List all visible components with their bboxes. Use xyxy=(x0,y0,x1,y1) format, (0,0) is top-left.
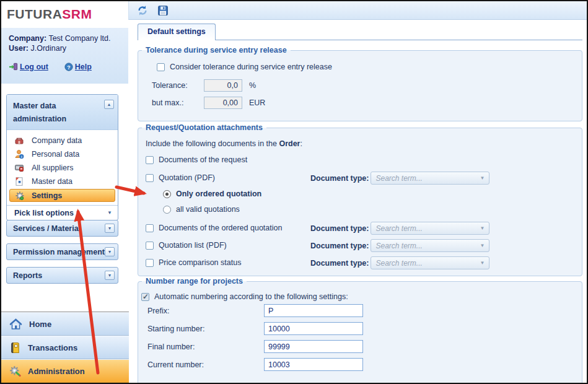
sidebar-panel-reports[interactable]: Reports ▼ xyxy=(6,267,118,284)
sidebar-item-label: Company data xyxy=(32,136,82,145)
price-comparison-status-checkbox[interactable] xyxy=(146,259,154,267)
quotation-pdf-doc-type-combobox[interactable]: Search term... ▼ xyxy=(371,172,489,185)
document-type-label: Document type: xyxy=(310,224,369,233)
automatic-numbering-label: Automatic numbering according to the fol… xyxy=(154,292,348,301)
tab-default-settings[interactable]: Default settings xyxy=(138,24,216,40)
company-data-icon xyxy=(14,136,24,146)
combobox-placeholder: Search term... xyxy=(375,224,422,233)
chevron-down-icon: ▼ xyxy=(480,225,485,231)
main-toolbar xyxy=(128,1,587,20)
quotation-list-pdf-checkbox[interactable] xyxy=(146,242,154,250)
intro-bold: Order xyxy=(279,139,300,148)
user-line: User: J.Ordinary xyxy=(9,43,121,53)
pick-list-options[interactable]: Pick list options ▼ xyxy=(7,205,118,220)
section-attachments: Request/Quotation attachments Include th… xyxy=(138,123,582,276)
tab-label: Default settings xyxy=(147,27,206,36)
tolerance-field-label: Tolerance: xyxy=(152,81,204,90)
sidebar-item-settings[interactable]: Settings xyxy=(9,189,115,202)
documents-of-request-checkbox[interactable] xyxy=(146,156,154,164)
tolerance-unit: % xyxy=(249,81,256,90)
quotation-list-doc-type-combobox[interactable]: Search term... ▼ xyxy=(371,239,489,252)
document-type-label: Document type: xyxy=(310,259,369,268)
app-window: FUTURASRM Company: Test Company ltd. Use… xyxy=(0,0,588,384)
section-tolerance: Tolerance during service entry release C… xyxy=(138,46,582,121)
dock-item-label: Home xyxy=(29,320,51,329)
master-data-icon xyxy=(14,177,24,186)
logout-link[interactable]: Log out xyxy=(9,62,48,71)
transactions-icon xyxy=(9,342,21,354)
intro-prefix: Include the following documents in the xyxy=(146,139,279,148)
logo-accent-text: SRM xyxy=(62,7,92,21)
master-data-panel-header[interactable]: Master data administration ▲ xyxy=(7,95,118,130)
starting-number-label: Starting number: xyxy=(147,325,264,333)
final-number-label: Final number: xyxy=(147,343,264,351)
chevron-down-icon: ▼ xyxy=(480,260,485,266)
save-icon[interactable] xyxy=(157,5,169,16)
master-data-panel: Master data administration ▲ Company dat… xyxy=(6,94,118,220)
help-label: Help xyxy=(75,63,92,71)
but-max-input[interactable] xyxy=(204,97,242,109)
dock-item-transactions[interactable]: Transactions xyxy=(1,336,129,359)
tolerance-input[interactable] xyxy=(204,79,242,92)
but-max-unit: EUR xyxy=(249,98,265,107)
sidebar-panel-permission-management[interactable]: Permission management ▼ xyxy=(6,243,118,260)
quotation-pdf-checkbox[interactable] xyxy=(146,174,154,182)
automatic-numbering-checkbox[interactable] xyxy=(141,293,149,301)
only-ordered-quotation-radio[interactable] xyxy=(163,190,171,198)
documents-of-ordered-quotation-checkbox[interactable] xyxy=(146,224,154,232)
svg-text:?: ? xyxy=(67,64,70,70)
combobox-placeholder: Search term... xyxy=(375,259,422,268)
dock-item-home[interactable]: Home xyxy=(1,312,129,336)
dock-item-administration[interactable]: Administration xyxy=(1,359,129,383)
consider-tolerance-label: Consider tolerance during service entry … xyxy=(170,63,332,71)
sidebar-item-master-data[interactable]: Master data xyxy=(7,175,118,188)
section-attachments-legend: Request/Quotation attachments xyxy=(142,123,266,132)
all-valid-quotations-radio[interactable] xyxy=(163,206,171,214)
panel-title-line2: administration xyxy=(13,113,112,126)
quotation-list-pdf-label: Quotation list (PDF) xyxy=(159,241,227,250)
session-info-panel: Company: Test Company ltd. User: J.Ordin… xyxy=(1,28,128,84)
expand-down-button[interactable]: ▼ xyxy=(105,271,115,280)
prefix-label: Prefix: xyxy=(147,307,264,315)
sidebar-item-personal-data[interactable]: i Personal data xyxy=(7,147,118,161)
logo: FUTURASRM xyxy=(1,1,128,28)
all-suppliers-icon xyxy=(14,163,24,173)
expand-down-button[interactable]: ▼ xyxy=(105,224,115,233)
company-label: Company: xyxy=(9,34,46,43)
company-line: Company: Test Company ltd. xyxy=(9,33,121,43)
only-ordered-quotation-label: Only ordered quotation xyxy=(176,190,261,198)
settings-icon xyxy=(15,191,25,201)
pick-list-options-label: Pick list options xyxy=(14,209,74,217)
section-number-range-legend: Number range for projects xyxy=(142,277,247,286)
panel-label: Services / Material xyxy=(13,224,81,233)
expand-down-button[interactable]: ▼ xyxy=(105,247,115,256)
refresh-icon[interactable] xyxy=(137,5,148,16)
price-comparison-status-label: Price comparison status xyxy=(159,258,241,267)
help-link[interactable]: ? Help xyxy=(64,63,92,71)
dock-item-label: Administration xyxy=(28,367,85,376)
sidebar-panel-services-material[interactable]: Services / Material ▼ xyxy=(6,220,118,237)
home-icon xyxy=(9,318,22,330)
starting-number-input[interactable] xyxy=(264,322,363,335)
sidebar-item-company-data[interactable]: Company data xyxy=(7,134,118,147)
intro-suffix: : xyxy=(300,139,302,148)
price-comparison-doc-type-combobox[interactable]: Search term... ▼ xyxy=(371,256,489,269)
sidebar-dock: Home Transactions Administration xyxy=(1,312,129,383)
sidebar-item-label: Master data xyxy=(32,177,72,186)
panel-title-line1: Master data xyxy=(13,100,112,113)
current-number-input[interactable] xyxy=(264,358,363,371)
help-icon: ? xyxy=(64,63,73,71)
consider-tolerance-checkbox[interactable] xyxy=(157,63,165,71)
final-number-input[interactable] xyxy=(264,340,363,353)
user-value: J.Ordinary xyxy=(30,44,66,53)
quotation-pdf-label: Quotation (PDF) xyxy=(159,173,215,182)
chevron-down-icon: ▼ xyxy=(480,243,485,248)
sidebar-item-label: Personal data xyxy=(32,150,79,159)
ordered-quotation-doc-type-combobox[interactable]: Search term... ▼ xyxy=(371,222,489,235)
attachments-intro: Include the following documents in the O… xyxy=(146,139,582,148)
prefix-input[interactable] xyxy=(264,304,363,317)
sidebar-item-all-suppliers[interactable]: All suppliers xyxy=(7,161,118,175)
logo-primary-text: FUTURA xyxy=(7,7,62,21)
dock-item-label: Transactions xyxy=(28,343,77,352)
collapse-up-button[interactable]: ▲ xyxy=(104,100,114,109)
